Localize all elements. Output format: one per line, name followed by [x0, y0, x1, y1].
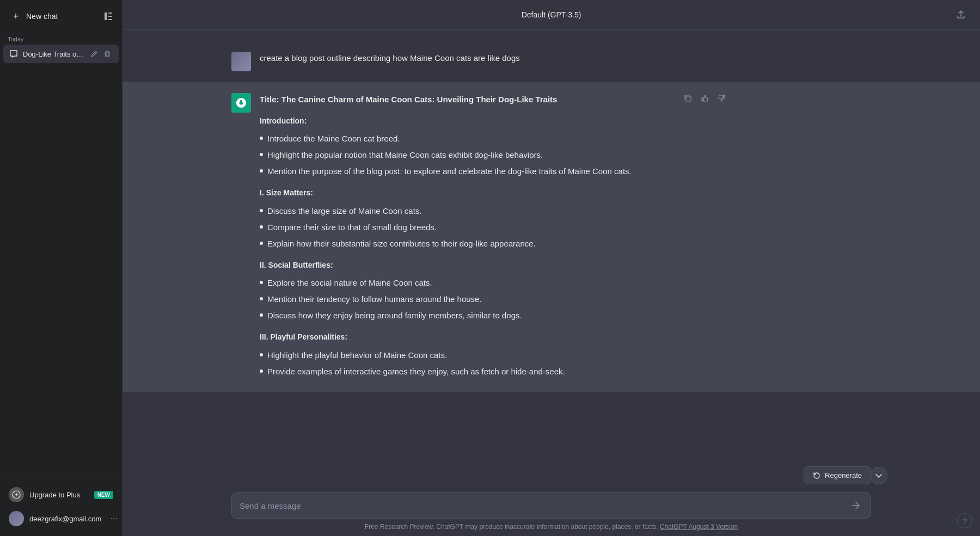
- gpt-logo-icon: [231, 93, 251, 113]
- bullet-text: Explain how their substantial size contr…: [267, 237, 536, 250]
- chat-item-dog-like-traits[interactable]: Dog-Like Traits of Main: [3, 45, 119, 63]
- input-area: Free Research Preview. ChatGPT may produ…: [122, 486, 980, 536]
- bullet-text: Discuss how they enjoy being around fami…: [267, 309, 522, 322]
- help-button[interactable]: ?: [957, 513, 972, 528]
- bullet-text: Highlight the playful behavior of Maine …: [267, 349, 447, 362]
- bullet-size-1: Discuss the large size of Maine Coon cat…: [260, 205, 728, 218]
- upgrade-button[interactable]: Upgrade to Plus NEW: [3, 483, 119, 507]
- user-profile-row[interactable]: deezgrafix@gmail.com ···: [3, 507, 119, 531]
- svg-rect-1: [108, 13, 112, 14]
- bullet-intro-1: Introduce the Maine Coon cat breed.: [260, 132, 728, 145]
- bullet-text: Highlight the popular notion that Maine …: [267, 149, 543, 162]
- section-header-intro: Introduction:: [260, 115, 728, 127]
- regenerate-button[interactable]: Regenerate: [804, 466, 871, 484]
- new-badge: NEW: [94, 491, 113, 499]
- user-message-avatar: [231, 52, 251, 71]
- sidebar-top: + New chat: [0, 0, 122, 33]
- bullet-dot: [260, 281, 263, 284]
- send-button[interactable]: [849, 498, 863, 513]
- thumbs-up-button[interactable]: [699, 93, 711, 105]
- bullet-intro-3: Mention the purpose of the blog post: to…: [260, 165, 728, 178]
- chat-bubble-icon: [9, 49, 19, 59]
- upgrade-avatar: [9, 487, 24, 502]
- message-input-box: [231, 492, 871, 519]
- section-today-label: Today: [0, 33, 122, 45]
- user-message-content: create a blog post outline describing ho…: [260, 52, 728, 71]
- delete-chat-button[interactable]: [101, 49, 113, 59]
- assistant-avatar: [231, 93, 251, 113]
- user-email: deezgrafix@gmail.com: [29, 515, 101, 523]
- upgrade-label: Upgrade to Plus: [29, 491, 80, 499]
- user-message-text: create a blog post outline describing ho…: [260, 53, 520, 63]
- bullet-size-2: Compare their size to that of small dog …: [260, 221, 728, 234]
- svg-rect-2: [108, 16, 112, 17]
- new-chat-label: New chat: [26, 12, 58, 21]
- bullet-dot: [260, 225, 263, 229]
- bullet-text: Mention the purpose of the blog post: to…: [267, 165, 632, 178]
- svg-rect-3: [108, 19, 112, 20]
- bullet-size-3: Explain how their substantial size contr…: [260, 237, 728, 250]
- toggle-icon: [103, 11, 113, 21]
- section-header-social: II. Social Butterflies:: [260, 259, 728, 271]
- message-input[interactable]: [240, 501, 843, 510]
- bullet-dot: [260, 137, 263, 140]
- edit-chat-button[interactable]: [88, 49, 100, 59]
- user-options-button[interactable]: ···: [107, 513, 120, 525]
- bullet-dot: [260, 313, 263, 317]
- footer-link[interactable]: ChatGPT August 3 Version: [660, 523, 738, 531]
- copy-message-button[interactable]: [682, 93, 694, 105]
- section-header-playful: III. Playful Personalities:: [260, 331, 728, 343]
- footer-disclaimer: Free Research Preview. ChatGPT may produ…: [365, 523, 658, 531]
- thumbs-down-button[interactable]: [715, 93, 728, 105]
- response-title: Title: The Canine Charm of Maine Coon Ca…: [260, 93, 728, 106]
- bullet-playful-2: Provide examples of interactive games th…: [260, 365, 728, 378]
- message-action-buttons: [682, 93, 728, 105]
- new-chat-button[interactable]: + New chat: [5, 7, 100, 26]
- send-icon: [851, 501, 861, 510]
- chat-item-actions: [88, 49, 113, 59]
- bullet-text: Mention their tendency to follow humans …: [267, 293, 482, 306]
- bullet-playful-1: Highlight the playful behavior of Maine …: [260, 349, 728, 362]
- bullet-intro-2: Highlight the popular notion that Maine …: [260, 149, 728, 162]
- main-header: Default (GPT-3.5): [122, 0, 980, 30]
- user-message-row: create a blog post outline describing ho…: [122, 41, 980, 82]
- regenerate-label: Regenerate: [825, 471, 862, 479]
- bullet-text: Discuss the large size of Maine Coon cat…: [267, 205, 421, 218]
- bullet-dot: [260, 297, 263, 300]
- bullet-social-2: Mention their tendency to follow humans …: [260, 293, 728, 306]
- svg-rect-5: [686, 96, 691, 101]
- sidebar-bottom: Upgrade to Plus NEW deezgrafix@gmail.com…: [0, 477, 122, 536]
- svg-rect-0: [105, 13, 107, 20]
- bullet-social-1: Explore the social nature of Maine Coon …: [260, 276, 728, 289]
- toggle-sidebar-button[interactable]: [100, 8, 117, 24]
- bullet-social-3: Discuss how they enjoy being around fami…: [260, 309, 728, 322]
- scroll-down-button[interactable]: [870, 467, 887, 484]
- model-label: Default (GPT-3.5): [522, 10, 581, 19]
- bullet-dot: [260, 169, 263, 172]
- main-content: Default (GPT-3.5) create a blog post out…: [122, 0, 980, 536]
- help-icon: ?: [963, 517, 966, 525]
- section-header-size: I. Size Matters:: [260, 187, 728, 199]
- bullet-dot: [260, 153, 263, 156]
- bullet-text: Explore the social nature of Maine Coon …: [267, 276, 432, 289]
- chat-messages: create a blog post outline describing ho…: [122, 30, 980, 536]
- plus-icon: +: [11, 11, 21, 21]
- bullet-dot: [260, 369, 263, 373]
- bullet-dot: [260, 353, 263, 356]
- bullet-dot: [260, 209, 263, 212]
- assistant-message-content: Title: The Canine Charm of Maine Coon Ca…: [260, 93, 728, 381]
- assistant-message-row: Title: The Canine Charm of Maine Coon Ca…: [122, 82, 980, 392]
- sidebar: + New chat Today Dog-Like Traits of Main: [0, 0, 122, 536]
- share-button[interactable]: [953, 7, 969, 23]
- dots-icon: ···: [110, 514, 117, 523]
- regenerate-icon: [813, 472, 820, 479]
- chat-item-title: Dog-Like Traits of Main: [23, 50, 84, 58]
- bullet-text: Introduce the Maine Coon cat breed.: [267, 132, 400, 145]
- user-avatar: [9, 511, 24, 526]
- scroll-down-icon: [875, 472, 883, 479]
- bullet-text: Provide examples of interactive games th…: [267, 365, 565, 378]
- bullet-dot: [260, 242, 263, 245]
- footer-text: Free Research Preview. ChatGPT may produ…: [231, 523, 871, 531]
- bullet-text: Compare their size to that of small dog …: [267, 221, 437, 234]
